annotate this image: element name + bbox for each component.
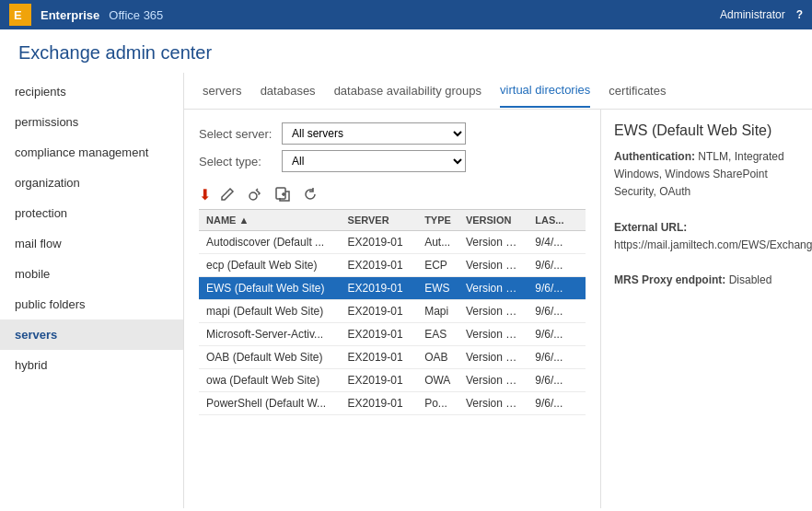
cell-server: EX2019-01 (341, 392, 418, 415)
cell-name: Autodiscover (Default ... (199, 231, 341, 254)
type-filter-row: Select type: All (199, 150, 586, 172)
left-panel: Select server: All servers Select type: … (184, 110, 600, 508)
cell-name: EWS (Default Web Site) (199, 277, 341, 300)
sidebar-item-permissions[interactable]: permissions (0, 107, 183, 137)
cell-type: OWA (417, 369, 458, 392)
cell-last: 9/6/... (528, 277, 586, 300)
main-layout: recipientspermissionscompliance manageme… (0, 73, 812, 508)
refresh-button[interactable] (299, 185, 321, 203)
table-header: NAME ▲ SERVER TYPE VERSION LAS... (199, 210, 586, 231)
cell-last: 9/6/... (528, 254, 586, 277)
cell-server: EX2019-01 (341, 346, 418, 369)
svg-text:E: E (14, 8, 22, 22)
enterprise-label: Enterprise (41, 8, 99, 22)
download-icon: ⬇ (199, 186, 211, 203)
cell-server: EX2019-01 (341, 231, 418, 254)
cell-last: 9/6/... (528, 369, 586, 392)
cell-version: Version 1... (458, 323, 528, 346)
svg-point-2 (249, 192, 257, 200)
type-filter-label: Select type: (199, 155, 282, 168)
col-header-server[interactable]: SERVER (341, 210, 418, 231)
tools-button[interactable] (244, 185, 266, 203)
table-row[interactable]: owa (Default Web Site) EX2019-01 OWA Ver… (199, 369, 586, 392)
help-icon[interactable]: ? (796, 8, 803, 21)
server-filter-row: Select server: All servers (199, 122, 586, 145)
detail-title: EWS (Default Web Site) (614, 122, 799, 139)
sidebar-item-organization[interactable]: organization (0, 168, 183, 198)
cell-server: EX2019-01 (341, 277, 418, 300)
cell-server: EX2019-01 (341, 369, 418, 392)
content-area: Select server: All servers Select type: … (184, 110, 812, 508)
detail-text: Authentication: NTLM, Integrated Windows… (614, 148, 799, 290)
cell-server: EX2019-01 (341, 300, 418, 323)
cell-name: Microsoft-Server-Activ... (199, 323, 341, 346)
export-button[interactable] (272, 185, 294, 203)
vdir-table: NAME ▲ SERVER TYPE VERSION LAS... Autodi… (199, 209, 586, 415)
toolbar: ⬇ (199, 185, 586, 203)
server-filter-select[interactable]: All servers (282, 122, 466, 145)
col-header-name[interactable]: NAME ▲ (199, 210, 341, 231)
sidebar-item-mail-flow[interactable]: mail flow (0, 228, 183, 259)
cell-type: Po... (417, 392, 458, 415)
right-panel: EWS (Default Web Site) Authentication: N… (600, 110, 812, 508)
col-header-type[interactable]: TYPE (417, 210, 458, 231)
type-filter-select[interactable]: All (282, 150, 466, 172)
table-row[interactable]: mapi (Default Web Site) EX2019-01 Mapi V… (199, 300, 586, 323)
app-logo: E (9, 4, 31, 26)
col-header-last[interactable]: LAS... (528, 210, 586, 231)
cell-version: Version 1... (458, 346, 528, 369)
tab-virtual-directories[interactable]: virtual directories (500, 74, 590, 108)
top-bar: E Enterprise Office 365 Administrator ? (0, 0, 812, 29)
tab-bar: serversdatabasesdatabase availability gr… (184, 73, 812, 110)
sidebar: recipientspermissionscompliance manageme… (0, 73, 184, 508)
cell-last: 9/6/... (528, 392, 586, 415)
tab-database-availability-groups[interactable]: database availability groups (334, 75, 481, 107)
sidebar-item-public-folders[interactable]: public folders (0, 289, 183, 319)
cell-last: 9/6/... (528, 346, 586, 369)
office365-label: Office 365 (109, 8, 163, 22)
col-header-version[interactable]: VERSION (458, 210, 528, 231)
table-row[interactable]: OAB (Default Web Site) EX2019-01 OAB Ver… (199, 346, 586, 369)
cell-name: owa (Default Web Site) (199, 369, 341, 392)
cell-version: Version 1... (458, 254, 528, 277)
cell-type: Aut... (417, 231, 458, 254)
sidebar-item-servers[interactable]: servers (0, 319, 183, 350)
top-bar-right: Administrator ? (720, 8, 803, 21)
table-row[interactable]: Microsoft-Server-Activ... EX2019-01 EAS … (199, 323, 586, 346)
cell-type: EAS (417, 323, 458, 346)
tab-certificates[interactable]: certificates (609, 75, 666, 107)
table-container: NAME ▲ SERVER TYPE VERSION LAS... Autodi… (199, 209, 586, 495)
cell-version: Version 1... (458, 277, 528, 300)
sidebar-item-mobile[interactable]: mobile (0, 259, 183, 289)
mrs-label: MRS Proxy endpoint: (614, 273, 725, 286)
cell-last: 9/4/... (528, 231, 586, 254)
cell-version: Version 1... (458, 300, 528, 323)
cell-name: PowerShell (Default W... (199, 392, 341, 415)
cell-name: OAB (Default Web Site) (199, 346, 341, 369)
sidebar-item-hybrid[interactable]: hybrid (0, 350, 183, 380)
table-row[interactable]: EWS (Default Web Site) EX2019-01 EWS Ver… (199, 277, 586, 300)
edit-button[interactable] (216, 185, 238, 203)
cell-type: OAB (417, 346, 458, 369)
cell-version: Version 1... (458, 369, 528, 392)
cell-last: 9/6/... (528, 300, 586, 323)
cell-server: EX2019-01 (341, 254, 418, 277)
table-row[interactable]: Autodiscover (Default ... EX2019-01 Aut.… (199, 231, 586, 254)
cell-type: EWS (417, 277, 458, 300)
sidebar-item-protection[interactable]: protection (0, 198, 183, 228)
tab-servers[interactable]: servers (203, 75, 242, 107)
sidebar-item-compliance-management[interactable]: compliance management (0, 137, 183, 168)
admin-user[interactable]: Administrator (720, 8, 785, 21)
table-row[interactable]: ecp (Default Web Site) EX2019-01 ECP Ver… (199, 254, 586, 277)
server-filter-label: Select server: (199, 127, 282, 141)
auth-label: Authentication: (614, 150, 695, 163)
cell-name: mapi (Default Web Site) (199, 300, 341, 323)
ext-url-value: https://mail.jamiltech.com/EWS/Exchange.… (614, 238, 812, 251)
cell-name: ecp (Default Web Site) (199, 254, 341, 277)
table-row[interactable]: PowerShell (Default W... EX2019-01 Po...… (199, 392, 586, 415)
cell-type: Mapi (417, 300, 458, 323)
tab-databases[interactable]: databases (261, 75, 316, 107)
sidebar-item-recipients[interactable]: recipients (0, 76, 183, 107)
top-bar-left: E Enterprise Office 365 (9, 4, 163, 26)
page-title: Exchange admin center (0, 29, 812, 73)
